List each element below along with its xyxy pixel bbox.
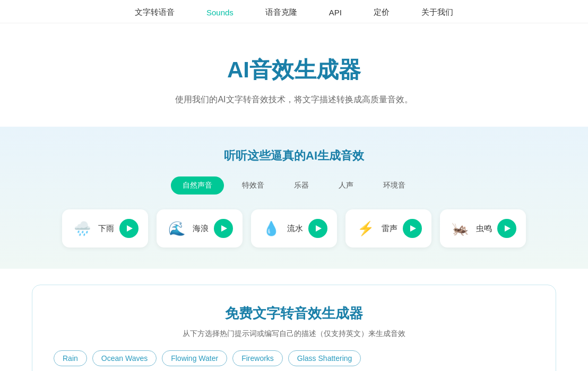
- main-nav: 文字转语音 Sounds 语音克隆 API 定价 关于我们: [0, 0, 588, 23]
- sound-card-list: 🌧️ 下雨 🌊 海浪 💧 流水 ⚡ 雷声 🦗 虫鸣: [11, 209, 577, 248]
- play-cricket-button[interactable]: [497, 219, 516, 238]
- tab-voice[interactable]: 人声: [327, 176, 365, 195]
- hero-subtitle: 使用我们的AI文字转音效技术，将文字描述转换成高质量音效。: [11, 94, 577, 105]
- nav-item-tts[interactable]: 文字转语音: [135, 7, 175, 17]
- cricket-label: 虫鸣: [476, 224, 492, 234]
- chip-rain[interactable]: Rain: [54, 350, 87, 366]
- chip-glass-shattering[interactable]: Glass Shattering: [288, 350, 361, 366]
- nav-item-pricing[interactable]: 定价: [374, 7, 390, 17]
- demo-section: 听听这些逼真的AI生成音效 自然声音 特效音 乐器 人声 环境音 🌧️ 下雨 🌊…: [0, 127, 588, 269]
- nav-item-clone[interactable]: 语音克隆: [265, 7, 297, 17]
- sound-card-rain: 🌧️ 下雨: [62, 209, 148, 248]
- generator-section: 免费文字转音效生成器 从下方选择热门提示词或编写自己的描述（仅支持英文）来生成音…: [32, 285, 556, 371]
- tab-ambient[interactable]: 环境音: [371, 176, 417, 195]
- rain-icon: 🌧️: [72, 218, 93, 239]
- tab-sfx[interactable]: 特效音: [230, 176, 276, 195]
- tab-instrument[interactable]: 乐器: [282, 176, 321, 195]
- water-icon: 💧: [261, 218, 282, 239]
- chip-flowing-water[interactable]: Flowing Water: [162, 350, 227, 366]
- wave-label: 海浪: [193, 224, 209, 234]
- play-thunder-button[interactable]: [403, 219, 422, 238]
- sound-card-wave: 🌊 海浪: [157, 209, 243, 248]
- thunder-icon: ⚡: [355, 218, 376, 239]
- demo-title: 听听这些逼真的AI生成音效: [11, 148, 577, 164]
- wave-icon: 🌊: [166, 218, 187, 239]
- sound-card-cricket: 🦗 虫鸣: [440, 209, 526, 248]
- hero-section: AI音效生成器 使用我们的AI文字转音效技术，将文字描述转换成高质量音效。: [0, 23, 588, 127]
- tab-nature[interactable]: 自然声音: [171, 176, 224, 195]
- play-water-button[interactable]: [308, 219, 327, 238]
- chip-list: Rain Ocean Waves Flowing Water Fireworks…: [54, 350, 534, 366]
- play-wave-button[interactable]: [214, 219, 233, 238]
- sound-card-thunder: ⚡ 雷声: [345, 209, 431, 248]
- chip-fireworks[interactable]: Fireworks: [232, 350, 283, 366]
- cricket-icon: 🦗: [449, 218, 471, 239]
- generator-subtitle: 从下方选择热门提示词或编写自己的描述（仅支持英文）来生成音效: [54, 329, 534, 339]
- generator-title: 免费文字转音效生成器: [54, 304, 534, 323]
- nav-item-sounds[interactable]: Sounds: [206, 8, 234, 17]
- hero-title: AI音效生成器: [11, 55, 577, 85]
- thunder-label: 雷声: [382, 224, 397, 234]
- rain-label: 下雨: [98, 224, 114, 234]
- chip-ocean-waves[interactable]: Ocean Waves: [92, 350, 157, 366]
- category-tabs: 自然声音 特效音 乐器 人声 环境音: [11, 176, 577, 195]
- sound-card-water: 💧 流水: [251, 209, 337, 248]
- nav-item-api[interactable]: API: [329, 8, 342, 17]
- water-label: 流水: [287, 224, 303, 234]
- nav-item-about[interactable]: 关于我们: [421, 7, 453, 17]
- play-rain-button[interactable]: [119, 219, 139, 238]
